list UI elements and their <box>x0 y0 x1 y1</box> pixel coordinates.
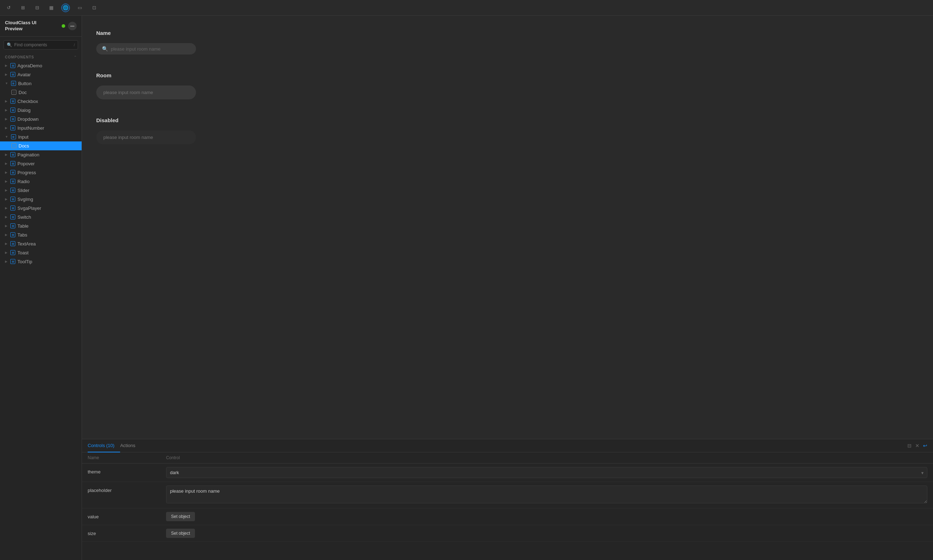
sidebar-item-table[interactable]: ▶ ⊞ Table <box>0 222 82 231</box>
demo-section-name: Name 🔍 please input room name <box>96 30 919 54</box>
section-collapse-icon[interactable]: ⌃ <box>74 55 77 59</box>
grid-icon: ⊞ <box>10 232 15 237</box>
control-name-placeholder: placeholder <box>88 486 166 493</box>
toolbar-refresh-icon[interactable]: ↺ <box>4 3 13 12</box>
more-button[interactable]: ••• <box>68 22 77 30</box>
theme-select-wrapper[interactable]: dark light ▾ <box>166 467 927 478</box>
sidebar-item-radio[interactable]: ▶ ⊞ Radio <box>0 177 82 186</box>
sidebar-item-slider[interactable]: ▶ ⊞ Slider <box>0 186 82 195</box>
tab-controls[interactable]: Controls (10) <box>88 439 120 452</box>
split-view-icon[interactable]: ⊟ <box>907 443 911 449</box>
grid-icon: ⊞ <box>10 117 15 122</box>
expand-icon: ▶ <box>5 99 8 103</box>
search-icon: 🔍 <box>7 42 12 48</box>
expand-icon: ▶ <box>5 224 8 228</box>
sidebar-item-label: Switch <box>17 214 31 220</box>
expand-icon: ▶ <box>5 117 8 121</box>
grid-icon: ⊞ <box>10 161 15 166</box>
control-input-value[interactable]: Set object <box>166 512 927 521</box>
control-input-placeholder[interactable]: please input room name <box>166 486 927 505</box>
doc-icon: □ <box>11 143 16 148</box>
grid-icon: ⊞ <box>10 72 15 77</box>
close-panel-icon[interactable]: ✕ <box>915 443 919 449</box>
expand-icon: ▶ <box>5 242 8 245</box>
reset-icon[interactable]: ↩ <box>923 443 927 449</box>
grid-icon: ⊞ <box>11 81 16 86</box>
controls-row-placeholder: placeholder please input room name <box>82 482 933 508</box>
sidebar-item-svgaplayer[interactable]: ▶ ⊞ SvgaPlayer <box>0 204 82 213</box>
sidebar-item-popover[interactable]: ▶ ⊞ Popover <box>0 159 82 168</box>
components-section-header: COMPONENTS ⌃ <box>0 53 82 61</box>
grid-icon: ⊞ <box>10 197 15 202</box>
sidebar-item-label: Pagination <box>17 152 39 157</box>
sidebar-item-switch[interactable]: ▶ ⊞ Switch <box>0 213 82 222</box>
control-input-size[interactable]: Set object <box>166 529 927 538</box>
sidebar-item-tabs[interactable]: ▶ ⊞ Tabs <box>0 231 82 239</box>
sidebar-item-input-docs[interactable]: □ Docs <box>0 142 82 150</box>
sidebar-item-label: SvgaPlayer <box>17 206 41 211</box>
room-input[interactable] <box>96 86 196 99</box>
expand-icon: ▶ <box>5 206 8 210</box>
sidebar-item-progress[interactable]: ▶ ⊞ Progress <box>0 168 82 177</box>
grid-icon: ⊞ <box>10 170 15 175</box>
name-search-icon: 🔍 <box>102 46 108 52</box>
sidebar-item-dialog[interactable]: ▶ ⊞ Dialog <box>0 106 82 115</box>
expand-icon: ▶ <box>5 64 8 67</box>
control-input-theme[interactable]: dark light ▾ <box>166 467 927 478</box>
theme-select[interactable]: dark light <box>166 467 927 478</box>
sidebar-item-pagination[interactable]: ▶ ⊞ Pagination <box>0 150 82 159</box>
expand-icon: ▶ <box>5 73 8 76</box>
demo-section-disabled: Disabled <box>96 117 919 144</box>
controls-row-size: size Set object <box>82 525 933 542</box>
grid-icon: ⊞ <box>10 206 15 211</box>
preview-pane: Name 🔍 please input room name Room Disab… <box>82 16 933 439</box>
toolbar-expand-icon[interactable]: ⊡ <box>90 3 99 12</box>
expand-icon: ▶ <box>5 171 8 174</box>
section-label-name: Name <box>96 30 919 36</box>
grid-icon: ⊞ <box>10 125 15 131</box>
toolbar-globe-icon[interactable]: 🌐 <box>61 3 70 12</box>
expand-icon: ▶ <box>5 162 8 165</box>
grid-icon: ⊞ <box>10 188 15 193</box>
expand-icon: ▶ <box>5 251 8 254</box>
app-header-right: ••• <box>62 22 77 30</box>
sidebar-item-label: SvgImg <box>17 197 33 202</box>
sidebar-item-checkbox[interactable]: ▶ ⊞ Checkbox <box>0 97 82 106</box>
toolbar-grid-icon[interactable]: ⊟ <box>33 3 42 12</box>
sidebar-item-input[interactable]: ▼ ⊞ Input <box>0 132 82 142</box>
sidebar-item-dropdown[interactable]: ▶ ⊞ Dropdown <box>0 115 82 124</box>
size-set-object-button[interactable]: Set object <box>166 529 195 538</box>
search-box[interactable]: 🔍 / <box>3 40 78 49</box>
sidebar-item-toast[interactable]: ▶ ⊞ Toast <box>0 248 82 257</box>
sidebar-item-button-doc[interactable]: □ Doc <box>0 88 82 97</box>
sidebar-item-label: Input <box>18 134 29 140</box>
sidebar-item-svgimg[interactable]: ▶ ⊞ SvgImg <box>0 195 82 204</box>
search-input[interactable] <box>14 42 72 48</box>
disabled-input <box>96 131 196 144</box>
toolbar-card-icon[interactable]: ▭ <box>75 3 84 12</box>
sidebar-item-inputnumber[interactable]: ▶ ⊞ InputNumber <box>0 124 82 132</box>
sidebar-item-label: Button <box>18 81 32 86</box>
control-name-size: size <box>88 529 166 536</box>
sidebar-item-label: Dialog <box>17 108 31 113</box>
value-set-object-button[interactable]: Set object <box>166 512 195 521</box>
sidebar-item-button[interactable]: ▼ ⊞ Button <box>0 79 82 88</box>
sidebar-item-label: TextArea <box>17 241 35 246</box>
grid-icon: ⊞ <box>10 108 15 112</box>
toolbar-image-icon[interactable]: ⊞ <box>18 3 27 12</box>
grid-icon: ⊞ <box>10 98 15 104</box>
sidebar-item-label: InputNumber <box>17 125 44 131</box>
section-label-disabled: Disabled <box>96 117 919 123</box>
placeholder-textarea[interactable]: please input room name <box>166 486 927 503</box>
toolbar-table-icon[interactable]: ▦ <box>47 3 55 12</box>
sidebar-item-agorademo[interactable]: ▶ ⊞ AgoraDemo <box>0 61 82 70</box>
sidebar-item-avatar[interactable]: ▶ ⊞ Avatar <box>0 70 82 79</box>
grid-icon: ⊞ <box>10 241 15 246</box>
tab-actions[interactable]: Actions <box>120 439 141 452</box>
sidebar-item-tooltip[interactable]: ▶ ⊞ ToolTip <box>0 257 82 266</box>
control-name-theme: theme <box>88 467 166 474</box>
sidebar-item-label: Tabs <box>17 232 27 238</box>
sidebar-item-textarea[interactable]: ▶ ⊞ TextArea <box>0 239 82 248</box>
sidebar-item-label: ToolTip <box>17 259 32 264</box>
grid-icon: ⊞ <box>10 259 15 264</box>
